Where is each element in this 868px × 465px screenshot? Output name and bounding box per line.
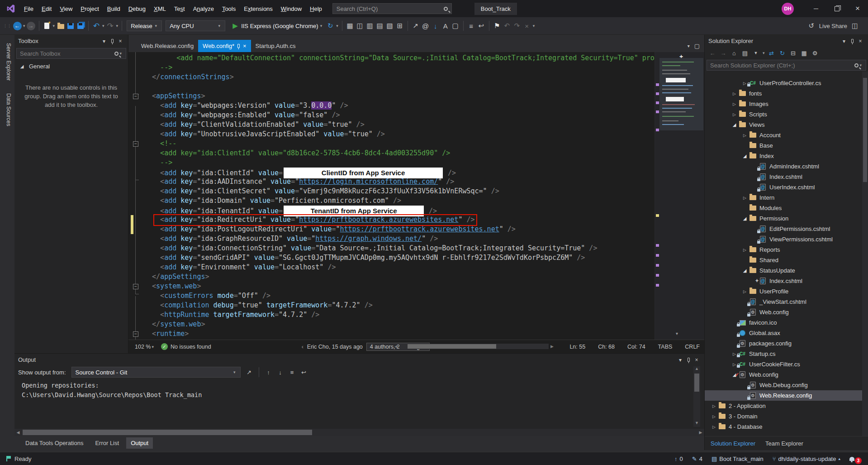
tree-item-editpermissions-cshtml[interactable]: @EditPermissions.cshtml [705, 224, 868, 234]
zoom-level-dropdown[interactable]: 102 % [135, 344, 151, 350]
chevron-expanded-icon[interactable]: ◢ [741, 268, 749, 273]
tree-item-web-debug-config[interactable]: ⚙Web.Debug.config [705, 380, 868, 390]
code-line[interactable]: <add key="ida:ConnectionString" value="D… [144, 244, 655, 253]
code-line[interactable]: <!-- [144, 139, 655, 149]
restore-button[interactable] [826, 0, 847, 17]
output-vertical-scrollbar[interactable]: ▲▼ [693, 366, 700, 427]
code-line[interactable]: <add key="ClientValidationEnabled" value… [144, 120, 655, 129]
tab-solution-explorer[interactable]: Solution Explorer [707, 438, 759, 449]
code-line[interactable]: <add key="ida:RedirectUri" value="https:… [144, 215, 655, 225]
navigate-symbol-icon[interactable]: ↓ [431, 20, 440, 31]
code-line[interactable]: <system.web> [144, 282, 655, 291]
menu-project[interactable]: Project [76, 4, 103, 14]
comment-icon[interactable]: ▢ [451, 20, 460, 31]
tree-item-views[interactable]: ◢Views [705, 120, 868, 130]
toolbox-menu-icon[interactable]: ▾ [100, 37, 108, 45]
server-explorer-side-tab[interactable]: Server Explorer [3, 38, 12, 85]
tree-item-adminindex-cshtml[interactable]: @AdminIndex.cshtml [705, 161, 868, 172]
toolbox-header[interactable]: Toolbox ▾ × [14, 35, 128, 47]
menu-debug[interactable]: Debug [124, 4, 150, 14]
configuration-dropdown[interactable]: Release ▾ [127, 20, 162, 31]
tab-close-icon[interactable]: × [243, 43, 247, 49]
char-indicator[interactable]: Ch: 68 [598, 344, 615, 350]
compare-icon[interactable]: ⊞ [395, 20, 404, 31]
repository-indicator[interactable]: ▤ Boot Track_main [711, 455, 764, 462]
tree-item-index-cshtml[interactable]: @Index.cshtml [705, 172, 868, 182]
menu-edit[interactable]: Edit [38, 4, 56, 14]
razor-at-icon[interactable]: @ [421, 20, 430, 31]
tree-item-web-config[interactable]: ⚙Web.config [705, 307, 868, 317]
code-line[interactable]: <add key="webpages:Enabled" value="false… [144, 110, 655, 120]
code-line[interactable]: <add key="UnobtrusiveJavaScriptEnabled" … [144, 129, 655, 139]
tree-item-3-domain[interactable]: ▷3 - Domain [705, 411, 868, 422]
se-switch-views-icon[interactable]: ▤ [740, 48, 750, 58]
line-indicator[interactable]: Ln: 55 [569, 344, 585, 350]
chevron-collapsed-icon[interactable]: ▷ [741, 133, 749, 138]
se-refresh-icon[interactable]: ↻ [778, 48, 787, 58]
new-file-caret-icon[interactable]: ▾ [53, 24, 55, 28]
chevron-expanded-icon[interactable]: ◢ [730, 122, 738, 127]
code-line[interactable]: <add key="ida:ClientSecret" value="vEmrj… [144, 187, 655, 196]
se-collapse-all-icon[interactable]: ⊟ [788, 48, 798, 58]
new-file-button[interactable] [43, 20, 52, 31]
toolbar-drag-handle[interactable]: ⋮⋮ [3, 20, 12, 31]
toolbox-pin-icon[interactable] [108, 37, 116, 45]
chevron-collapsed-icon[interactable]: ▷ [710, 404, 718, 408]
tree-item-index-cshtml[interactable]: @+Index.cshtml [705, 276, 868, 286]
preview-icon[interactable]: ◫ [356, 20, 365, 31]
tree-item-intern[interactable]: ▷Intern [705, 192, 868, 203]
goto-definition-icon[interactable]: ↗ [411, 20, 420, 31]
tree-item-2-application[interactable]: ▷2 - Application [705, 401, 868, 411]
next-message-icon[interactable]: ↓ [275, 367, 285, 377]
fold-collapse-icon[interactable]: − [133, 284, 138, 289]
chevron-collapsed-icon[interactable]: ▷ [741, 248, 749, 252]
document-tab-startup-auth-cs[interactable]: Startup.Auth.cs [251, 40, 300, 52]
tree-item-statusupdate[interactable]: ◢StatusUpdate [705, 265, 868, 276]
tree-item-scripts[interactable]: ▷Scripts [705, 109, 868, 120]
navigate-back-button[interactable]: ← [13, 20, 22, 31]
tree-item-usercookiefilter-cs[interactable]: ▷C#UserCookieFilter.cs [705, 359, 868, 369]
bookmark-icon[interactable]: ⚑ [493, 20, 502, 31]
menu-window[interactable]: Window [277, 4, 306, 14]
code-line[interactable]: <appSettings> [144, 91, 655, 101]
output-header[interactable]: Output ▾ × [14, 354, 704, 366]
solution-explorer-menu-icon[interactable]: ▾ [840, 37, 848, 45]
editor-scrollbar-map[interactable]: + [655, 52, 704, 340]
format-document-icon[interactable]: ▤ [375, 20, 384, 31]
code-line[interactable]: <customErrors mode="Off" /> [144, 291, 655, 301]
find-message-icon[interactable]: ↗ [244, 367, 254, 377]
tree-item-web-release-config[interactable]: ⚙Web.Release.config [705, 390, 868, 401]
tree-item-userprofilecontroller-cs[interactable]: ▷C#UserProfileController.cs [705, 78, 868, 88]
output-menu-icon[interactable]: ▾ [676, 356, 684, 364]
solution-search-input[interactable]: Search Solution Explorer (Ctrl+;) ▾ [707, 60, 866, 71]
solution-scrollbar[interactable] [862, 72, 868, 436]
tree-item-fonts[interactable]: ▷fonts [705, 88, 868, 99]
run-target-label[interactable]: IIS Express (Google Chrome) [241, 23, 318, 29]
output-close-icon[interactable]: × [693, 356, 701, 364]
chevron-collapsed-icon[interactable]: ▷ [710, 414, 718, 419]
data-sources-side-tab[interactable]: Data Sources [3, 89, 12, 131]
toolbox-search-input[interactable]: Search Toolbox ▾ [16, 48, 126, 59]
se-forward-icon[interactable]: → [718, 48, 728, 58]
menu-extensions[interactable]: Extensions [240, 4, 277, 14]
menu-xml[interactable]: XML [150, 4, 170, 14]
active-files-dropdown-icon[interactable]: ▾ [688, 43, 690, 48]
previous-bookmark-icon[interactable]: ↶ [503, 20, 512, 31]
tree-item-4-database[interactable]: ▷4 - Database [705, 422, 868, 432]
tree-item-userprofile[interactable]: ▷UserProfile [705, 286, 868, 297]
branch-indicator[interactable]: ⑂ dh/daily-status-update ▴ [773, 455, 840, 462]
outgoing-commits-indicator[interactable]: ↑ 0 [674, 455, 683, 462]
code-line[interactable]: <add key="ida:AADInstance" value="https:… [144, 177, 655, 187]
word-wrap-icon[interactable]: ↩ [299, 367, 309, 377]
scroll-down-icon[interactable]: ▾ [676, 331, 678, 336]
document-outline-icon[interactable]: ▥ [365, 20, 375, 31]
code-line[interactable]: <add key="ida:ClientId" value="d8b16ce2-… [144, 149, 655, 158]
tabs-indicator[interactable]: TABS [658, 344, 673, 350]
chevron-collapsed-icon[interactable]: ▷ [730, 102, 738, 106]
menu-test[interactable]: Test [170, 4, 189, 14]
output-pin-icon[interactable] [684, 356, 693, 364]
menu-tools[interactable]: Tools [218, 4, 240, 14]
code-line[interactable]: <compilation debug="true" targetFramewor… [144, 301, 655, 310]
code-line[interactable] [144, 82, 655, 91]
tab-data-tools-operations[interactable]: Data Tools Operations [21, 437, 88, 449]
